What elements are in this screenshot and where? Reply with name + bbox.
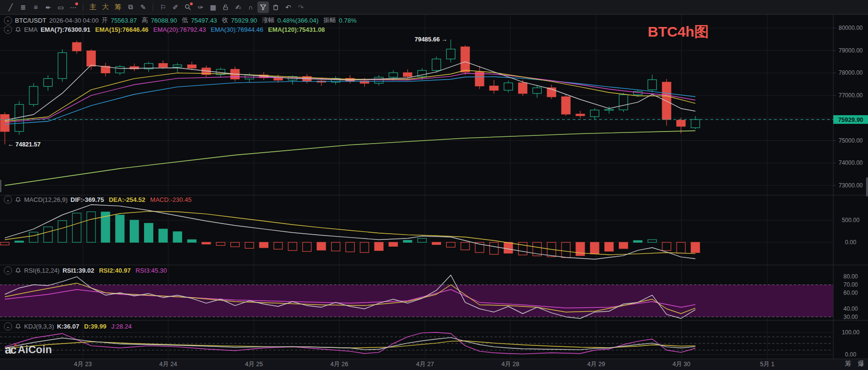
- candle-body[interactable]: [274, 78, 282, 80]
- left-scrollbar-nub[interactable]: [0, 180, 1, 192]
- filter-funnel-icon[interactable]: [257, 1, 269, 13]
- signature-icon[interactable]: ✑: [195, 1, 206, 13]
- undo-icon[interactable]: ↶: [282, 1, 294, 13]
- candle-body[interactable]: [72, 42, 81, 51]
- alert-bell-icon[interactable]: [15, 267, 21, 274]
- macd-histogram-bar[interactable]: [432, 242, 441, 245]
- candle-body[interactable]: [58, 53, 67, 79]
- candle-body[interactable]: [677, 120, 685, 126]
- macd-histogram-bar[interactable]: [346, 242, 354, 252]
- macd-histogram-bar[interactable]: [446, 242, 455, 247]
- macd-histogram-bar[interactable]: [29, 232, 38, 242]
- candle-body[interactable]: [691, 119, 700, 128]
- macd-histogram-bar[interactable]: [159, 229, 167, 242]
- macd-histogram-bar[interactable]: [418, 238, 427, 242]
- candle-body[interactable]: [648, 79, 656, 90]
- macd-histogram-bar[interactable]: [677, 242, 685, 253]
- pencil-ruler-icon[interactable]: ✐: [170, 1, 181, 13]
- macd-histogram-bar[interactable]: [504, 242, 513, 253]
- collapse-chevron-icon[interactable]: ⌄: [4, 196, 12, 204]
- rsi-title[interactable]: RSI(6,12,24): [24, 267, 60, 274]
- macd-histogram-bar[interactable]: [58, 221, 67, 242]
- macd-histogram-bar[interactable]: [490, 242, 498, 254]
- candle-body[interactable]: [403, 73, 412, 77]
- zoom-search-icon[interactable]: [182, 1, 194, 13]
- chips-tag[interactable]: 筹: [845, 359, 851, 368]
- kline-pattern-icon[interactable]: ▦: [207, 1, 219, 13]
- candle-body[interactable]: [29, 86, 38, 104]
- macd-histogram-bar[interactable]: [461, 242, 469, 250]
- price-chart-svg[interactable]: 80000.0079000.0078000.0077000.0075000.00…: [0, 0, 868, 370]
- large-view-button[interactable]: 大: [100, 1, 111, 13]
- macd-histogram-bar[interactable]: [691, 242, 700, 252]
- right-scrollbar-nub[interactable]: [866, 177, 868, 197]
- rectangle-tool-icon[interactable]: ▭: [55, 1, 67, 13]
- candle-body[interactable]: [44, 79, 53, 86]
- redo-icon[interactable]: ↷: [295, 1, 307, 13]
- main-indicator-button[interactable]: 主: [87, 1, 99, 13]
- macd-histogram-bar[interactable]: [317, 242, 326, 250]
- macd-histogram-bar[interactable]: [245, 242, 254, 248]
- macd-histogram-bar[interactable]: [173, 232, 182, 242]
- collapse-chevron-icon[interactable]: ⌄: [4, 266, 12, 275]
- macd-histogram-bar[interactable]: [662, 242, 671, 251]
- layout-windows-icon[interactable]: ⧉: [125, 1, 136, 13]
- macd-histogram-bar[interactable]: [116, 215, 124, 242]
- candle-body[interactable]: [576, 114, 585, 116]
- macd-histogram-bar[interactable]: [0, 242, 9, 245]
- macd-histogram-bar[interactable]: [561, 242, 570, 258]
- candle-body[interactable]: [561, 97, 570, 114]
- candle-body[interactable]: [504, 83, 513, 90]
- macd-histogram-bar[interactable]: [187, 239, 196, 242]
- chips-button[interactable]: 筹: [112, 1, 124, 13]
- note-edit-icon[interactable]: ✍: [232, 1, 244, 13]
- lock-icon[interactable]: [220, 1, 231, 13]
- candle-body[interactable]: [619, 95, 628, 110]
- magnet-icon[interactable]: ∩: [245, 1, 256, 13]
- collapse-chevron-icon[interactable]: ⌄: [4, 16, 12, 25]
- macd-histogram-bar[interactable]: [145, 223, 153, 242]
- candle-body[interactable]: [116, 66, 124, 73]
- candle-body[interactable]: [87, 51, 95, 66]
- multi-line-tool-icon[interactable]: ≣: [17, 1, 29, 13]
- candle-body[interactable]: [461, 47, 469, 72]
- collapse-chevron-icon[interactable]: ⌄: [4, 26, 12, 34]
- bookmark-icon[interactable]: ⚐: [157, 1, 169, 13]
- macd-histogram-bar[interactable]: [15, 241, 24, 242]
- macd-histogram-bar[interactable]: [202, 242, 211, 244]
- alert-bell-icon[interactable]: [15, 26, 21, 33]
- alert-bell-icon[interactable]: [15, 197, 21, 203]
- candle-body[interactable]: [605, 109, 614, 110]
- more-tools-icon[interactable]: ⋯: [67, 1, 79, 13]
- macd-histogram-bar[interactable]: [72, 213, 81, 242]
- candle-body[interactable]: [0, 115, 9, 132]
- candle-body[interactable]: [490, 86, 498, 90]
- candle-body[interactable]: [519, 83, 527, 93]
- kdj-title[interactable]: KDJ(9,3,3): [24, 323, 54, 330]
- alert-bell-icon[interactable]: [15, 323, 21, 330]
- macd-histogram-bar[interactable]: [259, 242, 268, 248]
- macd-histogram-bar[interactable]: [389, 242, 398, 246]
- macd-title[interactable]: MACD(12,26,9): [24, 196, 67, 203]
- macd-histogram-bar[interactable]: [288, 242, 297, 251]
- candle-body[interactable]: [187, 65, 196, 68]
- candle-body[interactable]: [173, 65, 182, 67]
- ema-title[interactable]: EMA: [24, 26, 38, 33]
- macd-histogram-bar[interactable]: [332, 242, 340, 251]
- macd-histogram-bar[interactable]: [274, 242, 282, 249]
- burst-tag[interactable]: 爆: [858, 359, 864, 368]
- macd-histogram-bar[interactable]: [360, 242, 369, 252]
- trend-arrow-tool-icon[interactable]: ↞: [42, 1, 54, 13]
- candle-body[interactable]: [475, 72, 484, 86]
- line-draw-icon[interactable]: ╱: [5, 1, 16, 13]
- macd-histogram-bar[interactable]: [590, 242, 599, 254]
- macd-histogram-bar[interactable]: [619, 242, 628, 249]
- macd-histogram-bar[interactable]: [576, 242, 585, 256]
- brush-icon[interactable]: ✎: [137, 1, 149, 13]
- candle-body[interactable]: [159, 64, 167, 67]
- macd-histogram-bar[interactable]: [648, 239, 656, 242]
- candle-body[interactable]: [446, 49, 455, 59]
- macd-histogram-bar[interactable]: [633, 240, 642, 242]
- macd-histogram-bar[interactable]: [303, 242, 311, 251]
- macd-histogram-bar[interactable]: [403, 240, 412, 242]
